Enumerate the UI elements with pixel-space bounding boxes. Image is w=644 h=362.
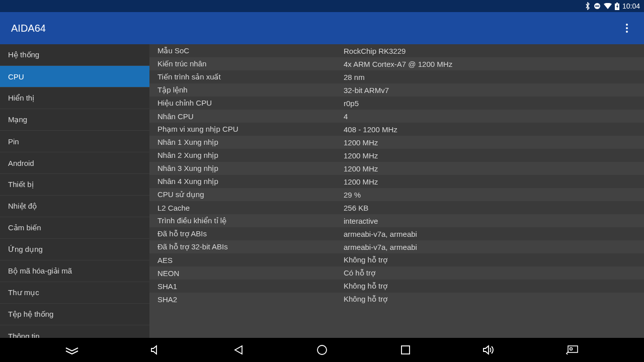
sidebar-item[interactable]: Mạng — [0, 109, 149, 131]
sidebar-item[interactable]: Thông tin — [0, 325, 149, 338]
detail-value: 408 - 1200 MHz — [344, 125, 644, 134]
sidebar-item[interactable]: Hiển thị — [0, 87, 149, 109]
detail-label: Kiến trúc nhân — [149, 59, 344, 68]
screenshot-button[interactable] — [557, 338, 587, 362]
sidebar: Hệ thốngCPUHiển thịMạngPinAndroidThiết b… — [0, 44, 149, 338]
detail-label: Nhân 4 Xung nhịp — [149, 177, 344, 186]
detail-value: Không hỗ trợ — [344, 255, 644, 264]
sidebar-item[interactable]: Tệp hệ thống — [0, 304, 149, 325]
detail-row: L2 Cache256 KB — [149, 201, 644, 214]
detail-row: NEONCó hỗ trợ — [149, 266, 644, 280]
detail-value: Không hỗ trợ — [344, 282, 644, 291]
detail-row: Nhân 3 Xung nhịp1200 MHz — [149, 162, 644, 175]
detail-value: 1200 MHz — [344, 177, 644, 186]
detail-value: r0p5 — [344, 99, 644, 108]
sidebar-item[interactable]: CPU — [0, 66, 149, 87]
detail-row: Tập lệnh32-bit ARMv7 — [149, 83, 644, 97]
sidebar-item[interactable]: Hệ thống — [0, 44, 149, 66]
detail-label: NEON — [149, 269, 344, 278]
detail-value: interactive — [344, 217, 644, 225]
detail-row: Trình điều khiển tỉ lệinteractive — [149, 214, 644, 227]
detail-row: Mẫu SoCRockChip RK3229 — [149, 44, 644, 57]
detail-row: SHA1Không hỗ trợ — [149, 280, 644, 293]
bluetooth-icon — [585, 2, 591, 10]
detail-label: Nhân 2 Xung nhịp — [149, 151, 344, 160]
detail-label: Hiệu chỉnh CPU — [149, 99, 344, 108]
detail-row: Đã hỗ trợ ABIsarmeabi-v7a, armeabi — [149, 227, 644, 240]
detail-panel: Mẫu SoCRockChip RK3229Kiến trúc nhân4x A… — [149, 44, 644, 338]
detail-label: AES — [149, 256, 344, 264]
detail-row: Nhân 4 Xung nhịp1200 MHz — [149, 175, 644, 188]
detail-label: Đã hỗ trợ ABIs — [149, 229, 344, 238]
detail-label: Nhân CPU — [149, 112, 344, 121]
detail-value: 1200 MHz — [344, 164, 644, 173]
detail-value: 32-bit ARMv7 — [344, 86, 644, 95]
detail-label: Tập lệnh — [149, 85, 344, 95]
detail-value: 29 % — [344, 191, 644, 199]
sidebar-item[interactable]: Nhiệt độ — [0, 196, 149, 217]
detail-value: 1200 MHz — [344, 151, 644, 160]
detail-value: 256 KB — [344, 204, 644, 212]
svg-point-4 — [317, 345, 327, 354]
detail-row: Đã hỗ trợ 32-bit ABIsarmeabi-v7a, armeab… — [149, 240, 644, 253]
battery-icon — [615, 3, 619, 10]
detail-value: armeabi-v7a, armeabi — [344, 230, 644, 238]
detail-row: AESKhông hỗ trợ — [149, 253, 644, 266]
detail-label: SHA2 — [149, 295, 344, 304]
sidebar-item[interactable]: Thư mục — [0, 282, 149, 304]
home-button[interactable] — [307, 338, 337, 362]
detail-value: RockChip RK3229 — [344, 47, 644, 55]
svg-rect-5 — [401, 346, 410, 354]
detail-row: Nhân CPU4 — [149, 110, 644, 123]
detail-row: Nhân 1 Xung nhịp1200 MHz — [149, 136, 644, 149]
sidebar-item[interactable]: Thiết bị — [0, 174, 149, 196]
content-area: Hệ thốngCPUHiển thịMạngPinAndroidThiết b… — [0, 44, 644, 338]
app-title: AIDA64 — [11, 23, 46, 34]
volume-down-button[interactable] — [140, 338, 171, 362]
detail-value: Có hỗ trợ — [344, 268, 644, 278]
detail-label: Trình điều khiển tỉ lệ — [149, 216, 344, 225]
detail-value: 4x ARM Cortex-A7 @ 1200 MHz — [344, 60, 644, 68]
sidebar-item[interactable]: Ứng dụng — [0, 239, 149, 260]
detail-label: SHA1 — [149, 282, 344, 291]
recents-button[interactable] — [390, 338, 421, 362]
detail-label: L2 Cache — [149, 204, 344, 212]
detail-value: 4 — [344, 112, 644, 121]
detail-row: CPU sử dụng29 % — [149, 188, 644, 201]
detail-row: SHA2Không hỗ trợ — [149, 293, 644, 306]
detail-row: Hiệu chỉnh CPUr0p5 — [149, 97, 644, 110]
volume-up-button[interactable] — [473, 338, 504, 362]
sidebar-item[interactable]: Pin — [0, 131, 149, 152]
detail-value: 28 nm — [344, 73, 644, 81]
sidebar-item[interactable]: Cảm biến — [0, 217, 149, 239]
detail-label: CPU sử dụng — [149, 190, 344, 199]
nav-drawer-button[interactable] — [57, 338, 87, 362]
detail-label: Tiến trình sản xuất — [149, 72, 344, 81]
detail-row: Kiến trúc nhân4x ARM Cortex-A7 @ 1200 MH… — [149, 57, 644, 70]
status-time: 10:04 — [622, 2, 640, 10]
back-button[interactable] — [223, 338, 254, 362]
detail-row: Nhân 2 Xung nhịp1200 MHz — [149, 149, 644, 162]
navigation-bar — [0, 338, 644, 362]
detail-label: Nhân 1 Xung nhịp — [149, 138, 344, 147]
svg-rect-1 — [595, 6, 599, 7]
app-bar: AIDA64 — [0, 12, 644, 44]
sidebar-item[interactable]: Android — [0, 152, 149, 174]
detail-row: Phạm vi xung nhịp CPU408 - 1200 MHz — [149, 123, 644, 136]
status-bar: 10:04 — [0, 0, 644, 12]
detail-label: Nhân 3 Xung nhịp — [149, 164, 344, 173]
detail-label: Phạm vi xung nhịp CPU — [149, 125, 344, 134]
detail-value: Không hỗ trợ — [344, 295, 644, 304]
more-menu-button[interactable] — [621, 22, 633, 34]
svg-point-7 — [570, 348, 573, 350]
detail-label: Mẫu SoC — [149, 46, 344, 55]
detail-value: armeabi-v7a, armeabi — [344, 243, 644, 251]
detail-label: Đã hỗ trợ 32-bit ABIs — [149, 242, 344, 251]
sidebar-item[interactable]: Bộ mã hóa-giải mã — [0, 260, 149, 282]
wifi-icon — [604, 3, 612, 9]
detail-row: Tiến trình sản xuất28 nm — [149, 70, 644, 83]
svg-rect-3 — [616, 3, 618, 4]
detail-value: 1200 MHz — [344, 138, 644, 147]
dnd-icon — [594, 3, 601, 10]
